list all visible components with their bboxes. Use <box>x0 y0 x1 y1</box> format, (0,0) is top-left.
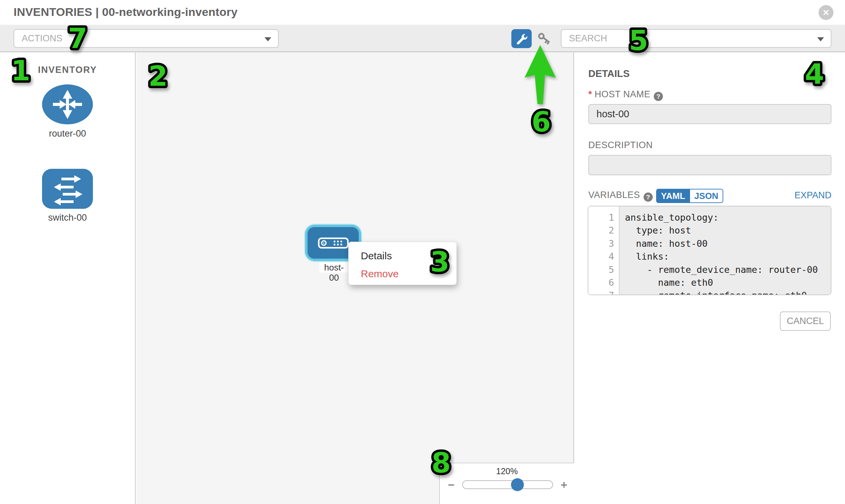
help-icon[interactable]: ? <box>644 193 653 202</box>
context-menu-item-details[interactable]: Details <box>361 247 456 265</box>
variables-label: VARIABLES <box>588 190 640 200</box>
code-line: remote_interface_name: eth0 <box>625 289 831 295</box>
zoom-level-value: 120% <box>440 466 574 476</box>
line-number: 5 <box>588 263 619 276</box>
zoom-out-button[interactable]: − <box>448 478 455 491</box>
host-name-label: HOST NAME <box>595 89 651 99</box>
host-name-label-row: *HOST NAME? <box>588 89 663 101</box>
line-number: 4 <box>588 250 619 263</box>
palette-item-label: switch-00 <box>0 213 135 223</box>
host-node-label: host-00 <box>319 262 349 272</box>
variables-format-toggle: YAML JSON <box>656 189 723 203</box>
search-dropdown-label: SEARCH <box>569 30 607 47</box>
actions-dropdown[interactable]: ACTIONS <box>14 29 279 48</box>
inventory-topology-app: INVENTORIES | 00-networking-inventory ✕ … <box>0 0 845 504</box>
cancel-button[interactable]: CANCEL <box>780 311 831 331</box>
close-icon: ✕ <box>823 8 830 17</box>
yaml-toggle-button[interactable]: YAML <box>656 189 690 203</box>
chevron-down-icon <box>264 37 271 41</box>
toolbar: ACTIONS SEARCH <box>0 25 845 52</box>
code-line: links: <box>625 250 831 263</box>
code-line: ansible_topology: <box>625 211 831 224</box>
switch-icon <box>42 168 93 209</box>
chevron-down-icon <box>817 37 824 41</box>
topology-canvas[interactable]: host-00 Details Remove 120% − + <box>136 53 574 504</box>
code-line: - remote_device_name: router-00 <box>625 263 831 276</box>
inventory-palette: INVENTORY router-00 <box>0 53 136 504</box>
line-number: 6 <box>588 276 619 289</box>
variables-code-editor[interactable]: 1 2 3 4 5 6 7 ansible_topology: type: ho… <box>588 206 831 295</box>
description-input[interactable] <box>588 155 831 175</box>
key-icon <box>536 31 553 47</box>
required-marker: * <box>588 89 592 99</box>
search-dropdown[interactable]: SEARCH <box>561 29 831 48</box>
zoom-in-button[interactable]: + <box>561 478 567 491</box>
header: INVENTORIES | 00-networking-inventory ✕ <box>0 0 845 25</box>
palette-item-label: router-00 <box>0 128 135 139</box>
palette-heading: INVENTORY <box>0 65 135 75</box>
description-label: DESCRIPTION <box>588 140 653 150</box>
details-panel: DETAILS *HOST NAME? host-00 DESCRIPTION … <box>575 53 845 504</box>
variables-label-row: VARIABLES? <box>588 190 653 205</box>
code-line: type: host <box>625 224 831 237</box>
close-button[interactable]: ✕ <box>818 5 833 20</box>
router-icon <box>41 84 93 125</box>
line-number: 2 <box>588 224 619 237</box>
node-context-menu: Details Remove <box>348 242 457 285</box>
expand-link[interactable]: EXPAND <box>794 190 831 201</box>
json-toggle-button[interactable]: JSON <box>690 189 723 203</box>
line-number: 1 <box>588 211 619 224</box>
details-heading: DETAILS <box>588 68 630 79</box>
line-number: 3 <box>588 237 619 250</box>
line-number: 7 <box>588 289 619 295</box>
help-icon[interactable]: ? <box>654 92 663 101</box>
code-line: name: eth0 <box>625 276 831 289</box>
host-icon <box>318 236 349 250</box>
zoom-slider[interactable] <box>462 480 553 489</box>
editor-gutter: 1 2 3 4 5 6 7 <box>588 206 619 294</box>
context-menu-item-remove[interactable]: Remove <box>361 265 456 283</box>
host-name-input[interactable]: host-00 <box>588 104 831 124</box>
editor-code-area[interactable]: ansible_topology: type: host name: host-… <box>619 206 831 294</box>
zoom-control: 120% − + <box>439 463 574 504</box>
toolbox-button[interactable] <box>511 29 532 48</box>
palette-item-switch[interactable]: switch-00 <box>0 168 135 223</box>
key-button[interactable] <box>536 31 553 47</box>
code-line: name: host-00 <box>625 237 831 250</box>
wrench-icon <box>515 33 528 45</box>
zoom-slider-thumb[interactable] <box>511 478 524 491</box>
page-title: INVENTORIES | 00-networking-inventory <box>14 5 238 19</box>
palette-item-router[interactable]: router-00 <box>0 84 135 139</box>
actions-dropdown-label: ACTIONS <box>22 30 63 47</box>
